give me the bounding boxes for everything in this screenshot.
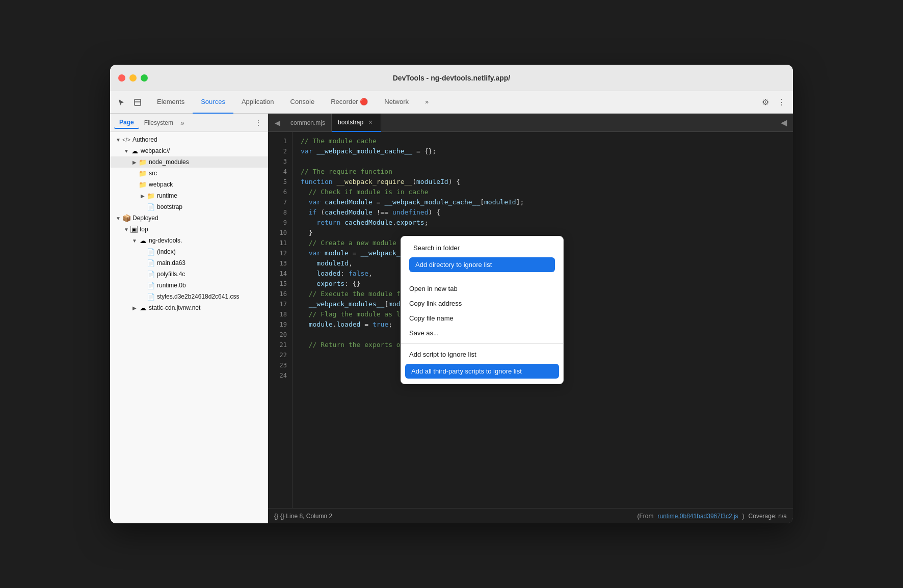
status-source-close: ) (742, 513, 745, 520)
line-num-4: 4 (268, 167, 292, 177)
editor-back-icon[interactable]: ◀ (270, 116, 284, 130)
context-menu-add-directory[interactable]: Add directory to ignore list (409, 257, 555, 272)
top-label: top (140, 226, 263, 233)
node-modules-item[interactable]: ▶ 📁 node_modules (110, 156, 268, 168)
code-line-8: if (cachedModule !== undefined) { (301, 207, 785, 218)
top-box-icon: ▣ (130, 226, 138, 233)
context-menu-add-all-third-party[interactable]: Add all third-party scripts to ignore li… (405, 364, 559, 379)
sidebar-tabs-more[interactable]: » (180, 119, 184, 127)
dock-icon[interactable] (130, 95, 145, 110)
minimize-button[interactable] (129, 74, 137, 82)
line-num-3: 3 (268, 156, 292, 167)
webpack-folder-item[interactable]: ▶ 📁 webpack (110, 179, 268, 190)
editor-tab-common-label: common.mjs (290, 119, 325, 126)
bootstrap-item[interactable]: ▶ 📄 bootstrap (110, 201, 268, 212)
context-menu-copy-link[interactable]: Copy link address (401, 296, 563, 311)
sidebar-tab-filesystem[interactable]: Filesystem (139, 117, 178, 128)
line-num-22: 22 (268, 350, 292, 360)
deployed-section-header[interactable]: ▼ 📦 Deployed (110, 212, 268, 224)
webpack-label: webpack:// (141, 147, 263, 154)
line-num-18: 18 (268, 309, 292, 319)
authored-bracket-icon: </> (122, 136, 130, 144)
cursor-icon[interactable] (114, 95, 128, 110)
code-editor: ◀ common.mjs bootstrap × ◀ 1 2 3 4 (268, 114, 793, 523)
line-num-6: 6 (268, 187, 292, 197)
styles-item[interactable]: ▶ 📄 styles.d3e2b24618d2c641.css (110, 291, 268, 302)
status-position: {} Line 8, Column 2 (280, 513, 332, 520)
tab-sources[interactable]: Sources (193, 91, 233, 114)
editor-tab-close-icon[interactable]: × (366, 118, 375, 126)
tab-network[interactable]: Network (376, 91, 417, 114)
line-num-2: 2 (268, 146, 292, 156)
sidebar-tab-page[interactable]: Page (114, 117, 139, 129)
line-num-8: 8 (268, 207, 292, 218)
static-cdn-label: static-cdn.jtvnw.net (149, 304, 263, 311)
static-cdn-cloud-icon: ☁ (139, 304, 147, 312)
editor-tab-bootstrap-label: bootstrap (338, 119, 363, 126)
main-item[interactable]: ▶ 📄 main.da63 (110, 257, 268, 269)
top-item[interactable]: ▼ ▣ top (110, 224, 268, 235)
authored-arrow-icon: ▼ (114, 136, 122, 144)
runtime-arrow-icon: ▶ (139, 192, 147, 200)
editor-tab-bootstrap[interactable]: bootstrap × (332, 114, 381, 132)
tab-elements[interactable]: Elements (149, 91, 193, 114)
status-bracket-icon: {} (274, 513, 278, 520)
line-num-15: 15 (268, 279, 292, 289)
context-menu-add-script-ignore[interactable]: Add script to ignore list (401, 347, 563, 362)
webpack-folder-label: webpack (149, 181, 263, 188)
main-toolbar: Elements Sources Application Console Rec… (110, 91, 793, 114)
styles-file-icon: 📄 (147, 292, 155, 301)
static-cdn-item[interactable]: ▶ ☁ static-cdn.jtvnw.net (110, 302, 268, 313)
line-num-9: 9 (268, 218, 292, 228)
node-modules-arrow-icon: ▶ (130, 158, 139, 166)
tab-more[interactable]: » (417, 91, 437, 114)
close-button[interactable] (118, 74, 125, 82)
status-runtime-link[interactable]: runtime.0b841bad3967f3c2.js (657, 513, 738, 520)
authored-section-header[interactable]: ▼ </> Authored (110, 134, 268, 145)
static-cdn-arrow-icon: ▶ (130, 304, 139, 312)
ng-devtools-arrow-icon: ▼ (130, 236, 139, 245)
runtime-file-item[interactable]: ▶ 📄 runtime.0b (110, 280, 268, 291)
tab-recorder[interactable]: Recorder 🔴 (323, 91, 376, 114)
devtools-window: DevTools - ng-devtools.netlify.app/ Elem… (110, 65, 793, 523)
settings-icon[interactable]: ⚙ (758, 95, 773, 110)
sidebar-tabs: Page Filesystem » ⋮ (110, 114, 268, 132)
file-tree: ▼ </> Authored ▼ ☁ webpack:// ▶ 📁 node_m… (110, 132, 268, 523)
line-num-5: 5 (268, 177, 292, 187)
line-num-23: 23 (268, 360, 292, 370)
context-menu-open-new-tab[interactable]: Open in new tab (401, 281, 563, 296)
polyfills-item[interactable]: ▶ 📄 polyfills.4c (110, 269, 268, 280)
tab-application[interactable]: Application (233, 91, 282, 114)
code-line-2: var __webpack_module_cache__ = {}; (301, 146, 785, 156)
maximize-button[interactable] (141, 74, 148, 82)
webpack-folder-icon: 📁 (139, 180, 147, 189)
code-line-1: // The module cache (301, 136, 785, 146)
line-num-10: 10 (268, 228, 292, 238)
context-menu-search-in-folder[interactable]: Search in folder (405, 240, 559, 255)
ng-devtools-item[interactable]: ▼ ☁ ng-devtools. (110, 235, 268, 246)
more-options-icon[interactable]: ⋮ (775, 95, 789, 110)
line-num-17: 17 (268, 299, 292, 309)
window-title: DevTools - ng-devtools.netlify.app/ (393, 74, 511, 82)
runtime-file-icon: 📄 (147, 281, 155, 289)
runtime-item[interactable]: ▶ 📁 runtime (110, 190, 268, 201)
ng-devtools-label: ng-devtools. (149, 237, 263, 244)
line-num-19: 19 (268, 319, 292, 330)
src-item[interactable]: ▶ 📁 src (110, 168, 268, 179)
index-item[interactable]: ▶ 📄 (index) (110, 246, 268, 257)
polyfills-file-icon: 📄 (147, 270, 155, 278)
line-num-20: 20 (268, 330, 292, 340)
webpack-section[interactable]: ▼ ☁ webpack:// (110, 145, 268, 156)
editor-dock-right-icon[interactable]: ◀ (777, 116, 791, 130)
code-line-3 (301, 156, 785, 167)
code-line-7: var cachedModule = __webpack_module_cach… (301, 197, 785, 207)
context-menu-save-as[interactable]: Save as... (401, 326, 563, 340)
sidebar-dots-icon[interactable]: ⋮ (253, 118, 263, 128)
editor-tab-common[interactable]: common.mjs (284, 114, 332, 132)
runtime-file-label: runtime.0b (157, 282, 263, 289)
context-menu-copy-filename[interactable]: Copy file name (401, 311, 563, 326)
polyfills-label: polyfills.4c (157, 271, 263, 278)
runtime-folder-icon: 📁 (147, 192, 155, 200)
tab-console[interactable]: Console (282, 91, 323, 114)
svg-rect-0 (135, 99, 141, 105)
